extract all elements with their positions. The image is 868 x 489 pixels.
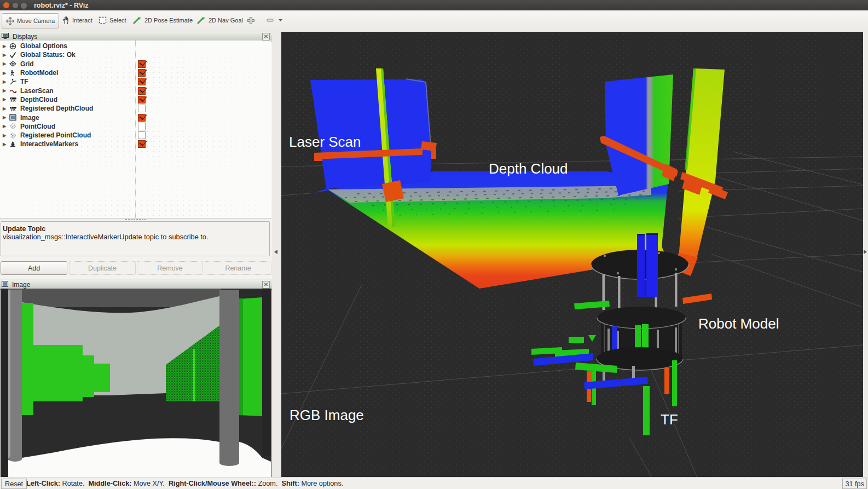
svg-text:Depth Cloud: Depth Cloud xyxy=(489,160,568,177)
svg-text:TF: TF xyxy=(661,411,678,428)
svg-text:RGB Image: RGB Image xyxy=(290,407,364,423)
svg-text:Robot Model: Robot Model xyxy=(698,315,779,332)
svg-text:Laser Scan: Laser Scan xyxy=(289,134,361,150)
